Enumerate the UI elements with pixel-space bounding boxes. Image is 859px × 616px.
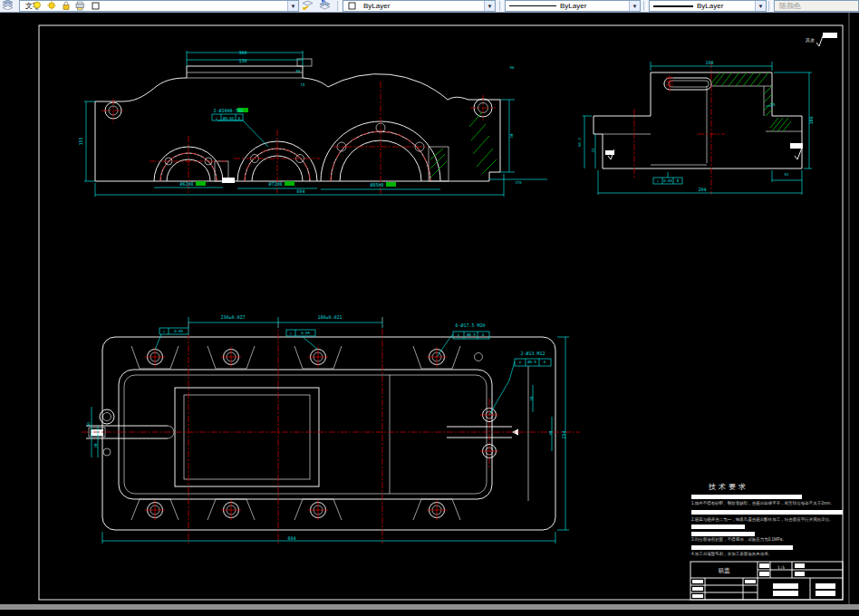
shaft-slots <box>86 409 518 456</box>
dropdown-arrow-icon[interactable]: ▼ <box>287 1 298 11</box>
tech-requirement-line: 3.剖分面涂密封胶，不得漏油，试验压力为0.1MPa。 <box>691 537 787 542</box>
section-hatch <box>711 72 791 131</box>
layer-properties-toolbar: 文字 ▼ ByLayer ▼ ByL <box>0 0 859 13</box>
dimension-label: 230±0.027 <box>220 314 245 320</box>
lineweight-control-combo[interactable]: ByLayer ▼ <box>649 0 767 12</box>
centerlines <box>82 317 580 544</box>
top-dimensions <box>92 317 569 544</box>
toolbar-separator <box>337 1 341 11</box>
dimension-label: 130 <box>238 58 246 63</box>
plot-style-control-combo: 随颜色 <box>774 0 859 12</box>
dimension-label: ⊥ <box>290 331 293 335</box>
dimension-label: A <box>238 116 241 120</box>
dimension-label: 2-Ø13 M12 <box>520 351 545 356</box>
dimension-label: 58 <box>529 396 534 400</box>
front-outline <box>95 66 500 181</box>
make-object-layer-current-button[interactable] <box>302 0 316 11</box>
layer-color-swatch <box>92 3 99 9</box>
plot-style-value: 随颜色 <box>779 1 801 11</box>
side-dimensions <box>583 62 812 195</box>
dimension-label: ◎ <box>458 332 460 337</box>
color-swatch-icon <box>349 3 355 9</box>
linetype-value: ByLayer <box>560 2 586 10</box>
front-dimensions <box>84 51 547 197</box>
dimension-label: 其余 <box>806 37 815 43</box>
dropdown-arrow-icon[interactable]: ▼ <box>755 1 766 11</box>
dimension-label: 2-Ø20H8-7H8 <box>213 108 243 113</box>
highlighted-text-bar <box>222 178 235 183</box>
surface-roughness-note <box>816 33 837 46</box>
layer-previous-button[interactable] <box>319 0 333 11</box>
dimension-label: 360 <box>238 50 246 55</box>
dimension-label: 0.05 <box>174 329 183 333</box>
dimension-label: 1:5 <box>777 565 785 570</box>
dimension-label: 25 <box>771 102 776 107</box>
dimension-label: 186 <box>808 116 814 124</box>
color-control-combo[interactable]: ByLayer ▼ <box>343 0 496 12</box>
bulb-on-icon <box>34 2 41 10</box>
toolbar-separator <box>643 1 647 11</box>
section-hatch <box>430 112 497 178</box>
side-view <box>583 62 812 195</box>
toolbar-separator <box>499 1 503 11</box>
dimension-label: 198 <box>705 60 713 65</box>
tech-requirement-line: 2.箱盖与箱座合二为一，轴承孔需合箱后配作加工，结合面应平行并周向定位。 <box>691 517 834 522</box>
dropdown-arrow-icon[interactable]: ▼ <box>484 1 495 11</box>
dimension-label: 32 <box>591 148 595 152</box>
dimension-label: 180±0.021 <box>317 314 342 320</box>
dimension-label: Ø72H8 <box>268 181 282 187</box>
top-outline <box>102 337 555 530</box>
lineweight-sample-icon <box>653 5 693 7</box>
highlighted-text-bar <box>691 532 755 536</box>
front-view <box>84 51 547 197</box>
top-view <box>82 317 580 544</box>
dimension-label: ⊥ <box>216 116 218 120</box>
layer-control-combo[interactable]: 文字 ▼ <box>19 0 299 12</box>
dimension-label: 64.5 <box>577 138 582 147</box>
highlighted-text-bar <box>691 545 793 550</box>
highlighted-text-bar <box>790 143 803 149</box>
dimension-label: 58 <box>296 69 301 73</box>
dimension-label: A <box>482 332 485 337</box>
dimension-label: 254 <box>561 430 566 438</box>
tech-requirement-line: 1.铸件不得有砂眼、裂纹等缺陷，合箱后边缘平齐，相互错位每边不大于2mm。 <box>691 501 835 505</box>
lineweight-value: ByLayer <box>697 2 723 10</box>
toolbar-separator <box>768 1 772 11</box>
dimension-label: B <box>677 178 680 183</box>
dimension-label: 65 <box>86 421 91 426</box>
dimension-label: 箱盖 <box>719 567 731 574</box>
highlighted-text-bar <box>691 525 745 529</box>
dimension-label: 0.05 <box>301 331 310 335</box>
dimension-label: 6-Ø17.5 M20 <box>455 322 485 328</box>
highlighted-text-bar <box>605 150 614 155</box>
dimension-label: Ø85H8 <box>370 182 383 188</box>
drawing-canvas[interactable]: 36013058159615550170Ø62H8Ø72H8Ø85H86042-… <box>0 0 859 616</box>
dimension-label: 204 <box>698 187 706 192</box>
dimension-label: Ø0.5 <box>467 332 476 337</box>
dimension-label: 155 <box>78 137 83 145</box>
dimension-label: 604 <box>287 535 295 541</box>
dimension-label: ⊥ <box>657 178 660 183</box>
linetype-control-combo[interactable]: ByLayer ▼ <box>505 0 641 12</box>
dimension-label: 50 <box>509 133 514 138</box>
centerlines <box>634 62 725 195</box>
dimension-label: ⊥ <box>163 329 166 333</box>
layers-stack-icon[interactable] <box>2 0 16 11</box>
dimension-label: Ø0.04 <box>223 116 235 120</box>
linetype-sample-icon <box>509 5 556 6</box>
dimension-label: 170 <box>515 180 522 185</box>
roughness-check-icon <box>795 148 802 159</box>
dimension-label: ◎ <box>519 360 522 364</box>
color-value: ByLayer <box>363 2 390 10</box>
dimension-label: 604 <box>296 188 304 194</box>
tech-requirements-title: 技术要求 <box>709 482 748 492</box>
front-dim-labels: 36013058159615550170Ø62H8Ø72H8Ø85H86042-… <box>78 50 522 194</box>
padlock-icon <box>63 2 69 9</box>
sun-freeze-icon <box>47 1 56 10</box>
dimension-label: 15 <box>301 82 305 87</box>
dimension-label: Ø62H8 <box>179 181 193 187</box>
dimension-label: Ø0.5 <box>527 360 536 364</box>
dimension-label: 0.05 <box>663 178 672 183</box>
dropdown-arrow-icon[interactable]: ▼ <box>629 1 640 11</box>
title-block <box>690 562 843 600</box>
